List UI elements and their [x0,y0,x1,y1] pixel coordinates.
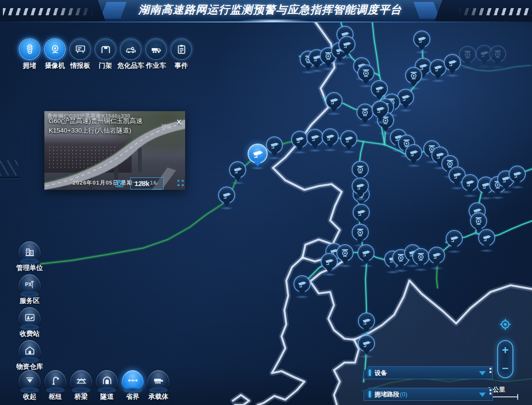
zoom-out-button[interactable]: − [498,359,512,377]
device-panel[interactable]: 设备 [364,366,493,379]
toll-card-icon [19,307,41,327]
map-marker-camera[interactable] [429,248,444,263]
map-marker-dome-camera[interactable] [490,46,505,62]
left-toolbar: 管理单位服务区收费站物资仓库 [18,241,41,371]
map-marker-camera[interactable] [230,162,245,177]
map-marker-dome-camera[interactable] [358,65,374,81]
congestion-count: (0) [400,391,407,398]
message-board-icon [70,39,90,59]
top-toolbar-item-camera[interactable]: 摄像机 [43,39,66,70]
left-toolbar-item-toll-station[interactable]: 收费站 [18,307,41,338]
map-marker-dome-camera[interactable] [460,47,475,62]
top-toolbar-item-work-truck[interactable]: 作业车 [145,39,167,70]
map-marker-camera[interactable] [414,31,429,47]
top-toolbar-item-hazmat-truck[interactable]: 危化品车 [119,39,142,70]
bitrate-selector[interactable]: 128k [130,177,164,189]
close-button[interactable]: X [177,118,181,126]
gantry-icon [95,39,115,59]
bottom-toolbar-label: 桥梁 [74,393,88,401]
service-area-icon [19,274,41,294]
bottom-toolbar-item-province-border[interactable]: 省界 [121,370,144,401]
dropdown-arrow-icon[interactable] [479,371,486,375]
bottom-toolbar-label: 隧道 [100,393,114,401]
map-marker-camera[interactable] [445,55,460,70]
map-marker-camera[interactable] [479,230,494,245]
hub-icon [44,370,66,390]
bottom-toolbar-item-bridge[interactable]: 桥梁 [70,370,93,401]
top-toolbar-label: 拥堵 [23,62,36,70]
locate-button[interactable] [499,318,511,331]
map-marker-camera-selected[interactable] [249,145,267,163]
map-marker-camera[interactable] [372,81,387,96]
congestion-panel[interactable]: 拥堵路段 (0) [364,388,493,401]
map-marker-camera[interactable] [462,175,478,190]
map-marker-camera[interactable] [354,205,369,220]
left-toolbar-item-service-area[interactable]: 服务区 [18,274,41,305]
map-marker-camera[interactable] [430,60,446,75]
bottom-toolbar-item-collapse[interactable]: 收起 [18,370,41,401]
map-marker-camera[interactable] [292,132,307,147]
map-marker-camera[interactable] [307,130,323,145]
bitrate-value: 128k [135,180,149,187]
map-marker-dome-camera[interactable] [353,162,368,177]
map-marker-dome-camera[interactable] [406,68,421,83]
map-marker-camera[interactable] [447,231,462,246]
left-toolbar-label: 管理单位 [16,264,43,272]
dropdown-arrow-icon[interactable] [479,393,486,397]
top-toolbar-label: 情报板 [70,62,90,70]
map-marker-camera[interactable] [267,137,282,153]
header-dashes-right [459,8,530,15]
map-marker-dome-camera[interactable] [353,225,368,240]
bottom-toolbar-label: 省界 [126,393,139,401]
carrier-icon [147,370,169,390]
building-icon [19,241,41,261]
map-marker-camera[interactable] [359,336,374,351]
left-toolbar-item-management-unit[interactable]: 管理单位 [18,241,41,272]
map-marker-camera[interactable] [219,187,234,203]
left-toolbar-label: 收费站 [20,330,40,338]
camera-popup-title: G60(沪昆高速)贵州铜仁玉凯高速 K1540+330上行(八仙岩隧道) [49,116,171,136]
map-marker-camera[interactable] [339,37,355,52]
header-title-panel: 湖南高速路网运行监测预警与应急指挥智能调度平台 [98,0,442,21]
bridge-icon [70,370,92,390]
map-marker-camera[interactable] [341,131,356,146]
page-title: 湖南高速路网运行监测预警与应急指挥智能调度平台 [138,2,402,19]
snapshot-icon[interactable] [114,178,125,189]
top-toolbar-item-gantry[interactable]: 门架 [94,39,117,70]
webcam-icon [45,39,65,59]
map-marker-camera[interactable] [322,254,337,269]
bottom-toolbar-item-hub[interactable]: 枢纽 [44,370,67,401]
left-edge-decoration [0,160,23,181]
map-marker-dome-camera[interactable] [471,213,486,228]
map-marker-camera[interactable] [358,245,374,260]
map-marker-dome-camera[interactable] [337,245,353,260]
bottom-toolbar-item-tunnel[interactable]: 隧道 [95,370,118,401]
camera-popup: 贵州铜仁G60沪昆高速K1540+330 球机 2026年01月05日 星期一 … [44,111,185,190]
top-toolbar-label: 危化品车 [117,62,144,70]
fullscreen-icon[interactable] [177,179,185,187]
bottom-toolbar: 收起枢纽桥梁隧道省界承载体 [18,370,170,401]
map-marker-dome-camera[interactable] [413,249,428,264]
bottom-toolbar-label: 承载体 [148,393,168,401]
header-flare [238,19,309,22]
left-toolbar-item-warehouse[interactable]: 物资仓库 [18,340,41,371]
top-toolbar-label: 作业车 [146,62,166,70]
top-toolbar-item-congestion[interactable]: 拥堵 [18,39,41,70]
border-icon [122,370,144,390]
top-toolbar-item-info-board[interactable]: 情报板 [69,39,92,70]
zoom-in-button[interactable]: + [498,341,512,359]
hazmat-truck-icon [121,39,141,59]
map-marker-camera[interactable] [373,102,388,117]
work-truck-icon [146,39,166,59]
map-marker-camera[interactable] [359,313,374,329]
top-toolbar-item-event[interactable]: 事件 [170,39,193,70]
map-marker-camera[interactable] [398,90,413,105]
map-marker-dome-camera[interactable] [357,104,373,120]
map-marker-camera[interactable] [353,178,368,194]
map-marker-camera[interactable] [326,93,342,108]
bottom-toolbar-item-carrier[interactable]: 承载体 [147,370,170,401]
map-marker-camera[interactable] [323,129,338,145]
map-marker-camera[interactable] [294,276,310,291]
map-marker-camera[interactable] [510,166,525,182]
map-marker-camera[interactable] [406,145,421,160]
